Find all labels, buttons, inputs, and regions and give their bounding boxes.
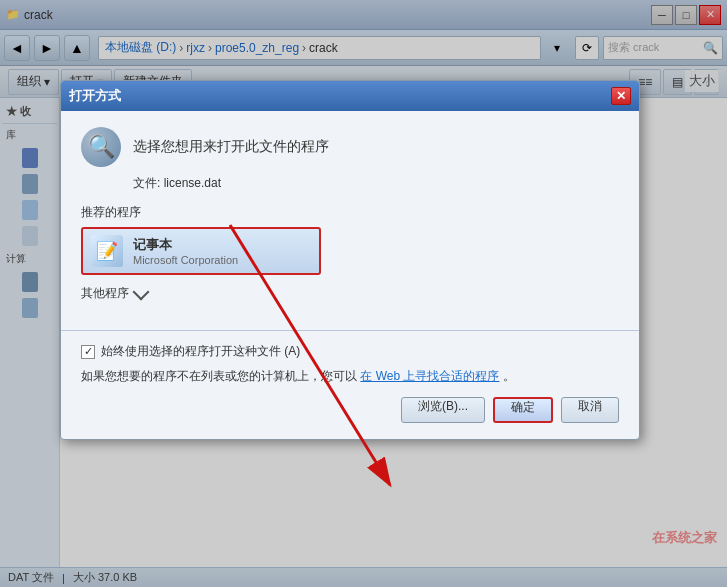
modal-overlay: 打开方式 ✕ 🔍 选择您想用来打开此文件的程序 文件: license.dat … [0, 0, 727, 587]
chevron-down-icon [133, 283, 150, 300]
dialog-header-icon: 🔍 [81, 127, 121, 167]
link-text: 如果您想要的程序不在列表或您的计算机上，您可以 在 Web 上寻找合适的程序 。 [81, 368, 619, 385]
dialog-file-name: 文件: license.dat [133, 175, 619, 192]
recommended-section-label: 推荐的程序 [81, 204, 619, 221]
dialog-close-button[interactable]: ✕ [611, 87, 631, 105]
dialog-bottom: 始终使用选择的程序打开这种文件 (A) 如果您想要的程序不在列表或您的计算机上，… [61, 343, 639, 439]
explorer-window: 📁 crack ─ □ ✕ ◄ ► ▲ 本地磁盘 (D:) › rjxz › p… [0, 0, 727, 587]
link-text-pre: 如果您想要的程序不在列表或您的计算机上，您可以 [81, 369, 357, 383]
search-doc-icon: 🔍 [88, 134, 115, 160]
browse-button[interactable]: 浏览(B)... [401, 397, 485, 423]
program-corp: Microsoft Corporation [133, 254, 238, 266]
watermark-prefix: 在 [652, 530, 665, 545]
button-row: 浏览(B)... 确定 取消 [81, 397, 619, 423]
program-info: 记事本 Microsoft Corporation [133, 236, 238, 266]
dialog-header: 🔍 选择您想用来打开此文件的程序 [81, 127, 619, 167]
watermark: 在系统之家 [652, 529, 717, 547]
open-with-dialog: 打开方式 ✕ 🔍 选择您想用来打开此文件的程序 文件: license.dat … [60, 80, 640, 440]
web-search-link[interactable]: 在 Web 上寻找合适的程序 [360, 369, 499, 383]
other-programs-label: 其他程序 [81, 285, 129, 302]
program-name: 记事本 [133, 236, 238, 254]
always-use-checkbox[interactable] [81, 345, 95, 359]
watermark-text: 系统之家 [665, 530, 717, 545]
dialog-header-text: 选择您想用来打开此文件的程序 [133, 138, 329, 156]
dialog-separator [61, 330, 639, 331]
dialog-title: 打开方式 [69, 87, 121, 105]
ok-button[interactable]: 确定 [493, 397, 553, 423]
dialog-title-bar: 打开方式 ✕ [61, 81, 639, 111]
cancel-button[interactable]: 取消 [561, 397, 619, 423]
dialog-body: 🔍 选择您想用来打开此文件的程序 文件: license.dat 推荐的程序 📝… [61, 111, 639, 318]
link-text-post: 。 [503, 369, 515, 383]
notepad-icon: 📝 [91, 235, 123, 267]
checkbox-row: 始终使用选择的程序打开这种文件 (A) [81, 343, 619, 360]
checkbox-label: 始终使用选择的程序打开这种文件 (A) [101, 343, 300, 360]
notepad-program-item[interactable]: 📝 记事本 Microsoft Corporation [81, 227, 321, 275]
other-programs-row[interactable]: 其他程序 [81, 285, 619, 302]
